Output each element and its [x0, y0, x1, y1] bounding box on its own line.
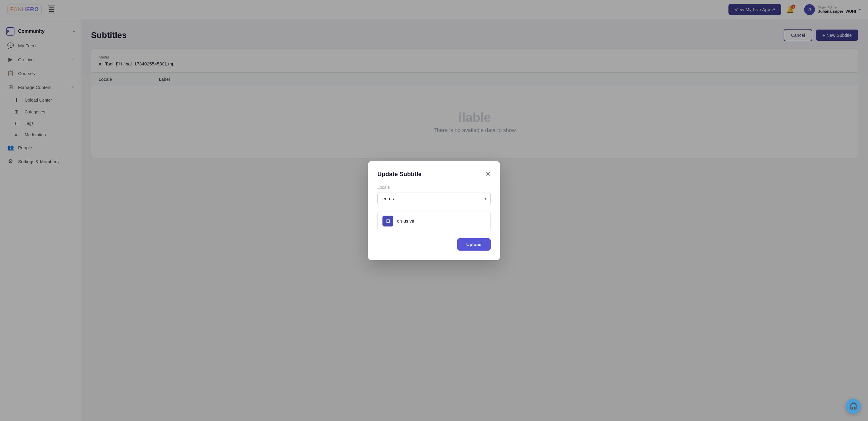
modal-footer: Upload [377, 238, 491, 250]
modal-overlay[interactable]: Update Subtitle ✕ Locale en-us en-gb fr-… [0, 0, 868, 421]
modal-header: Update Subtitle ✕ [377, 171, 491, 178]
locale-form-group: Locale en-us en-gb fr-fr de-de es-es pt-… [377, 185, 491, 205]
vtt-icon: ⊟ [386, 218, 390, 224]
locale-label: Locale [377, 185, 491, 190]
locale-select-wrapper: en-us en-gb fr-fr de-de es-es pt-br ja-j… [377, 192, 491, 205]
upload-button[interactable]: Upload [457, 238, 491, 250]
locale-select[interactable]: en-us en-gb fr-fr de-de es-es pt-br ja-j… [377, 192, 491, 205]
file-display: ⊟ en-us.vtt [377, 211, 491, 231]
file-name: en-us.vtt [397, 218, 414, 223]
file-type-icon: ⊟ [382, 216, 393, 227]
headset-icon: 🎧 [849, 402, 858, 410]
modal-title: Update Subtitle [377, 171, 422, 178]
update-subtitle-modal: Update Subtitle ✕ Locale en-us en-gb fr-… [368, 161, 500, 260]
support-bubble[interactable]: 🎧 [846, 399, 861, 414]
modal-close-button[interactable]: ✕ [485, 171, 491, 177]
